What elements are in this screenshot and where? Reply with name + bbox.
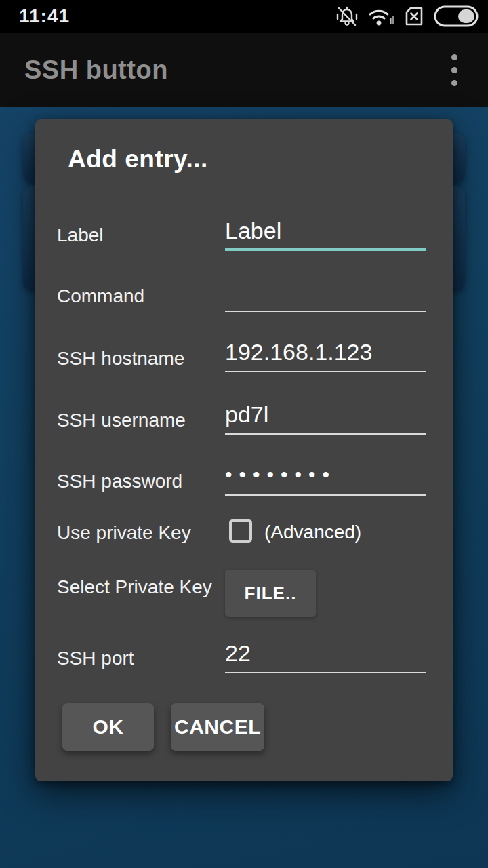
- screen-background: 11:41: [0, 0, 488, 868]
- label-input[interactable]: Label: [225, 212, 426, 251]
- hostname-input[interactable]: 192.168.1.123: [225, 333, 426, 372]
- cancel-button[interactable]: CANCEL: [171, 703, 264, 751]
- ok-button[interactable]: OK: [62, 703, 154, 751]
- command-input[interactable]: [225, 273, 426, 312]
- command-field-label: Command: [57, 283, 144, 310]
- select-private-key-label: Select Private Key: [57, 574, 212, 601]
- overflow-menu-icon[interactable]: [438, 46, 470, 94]
- hostname-field-label: SSH hostname: [57, 345, 184, 372]
- status-icons: [335, 5, 479, 28]
- dialog-title: Add entry...: [68, 145, 208, 174]
- status-bar: 11:41: [0, 0, 488, 33]
- use-private-key-label: Use private Key: [57, 519, 191, 547]
- file-picker-button[interactable]: FILE..: [225, 570, 316, 617]
- app-bar: SSH button: [0, 33, 488, 107]
- wifi-icon: [367, 5, 394, 28]
- app-title: SSH button: [24, 56, 168, 85]
- password-input[interactable]: ••••••••: [225, 456, 426, 496]
- port-input[interactable]: 22: [225, 634, 426, 673]
- advanced-hint: (Advanced): [264, 519, 361, 545]
- status-time: 11:41: [19, 5, 70, 27]
- username-field-label: SSH username: [57, 407, 186, 434]
- use-private-key-checkbox[interactable]: [229, 519, 252, 542]
- add-entry-dialog: Add entry... Label Label Command SSH hos…: [35, 119, 453, 781]
- port-field-label: SSH port: [57, 645, 134, 672]
- battery-icon: [434, 5, 479, 27]
- label-field-label: Label: [57, 222, 104, 249]
- notifications-muted-icon: [335, 5, 359, 28]
- username-input[interactable]: pd7l: [225, 395, 426, 435]
- sim-missing-icon: [403, 5, 426, 28]
- password-field-label: SSH password: [57, 468, 182, 495]
